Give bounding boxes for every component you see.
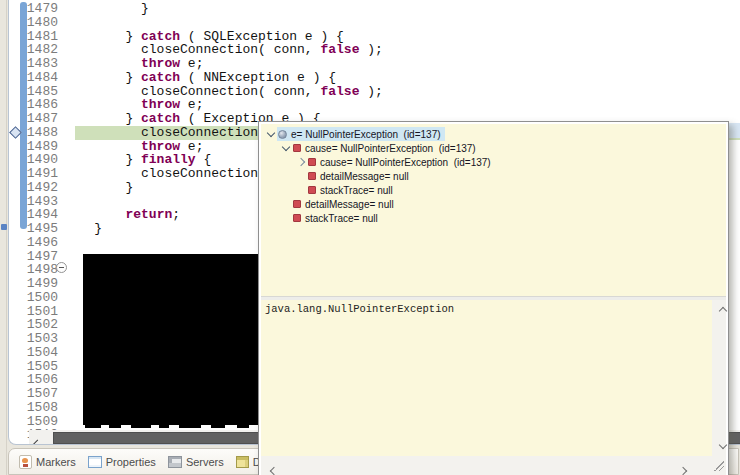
code-line[interactable]: } catch ( NNException e ) {	[63, 71, 336, 85]
variable-label: cause= NullPointerException (id=137)	[320, 157, 491, 168]
data-source-icon	[236, 456, 249, 468]
chevron-down-icon[interactable]	[281, 143, 289, 151]
variable-tree-row[interactable]: cause= NullPointerException (id=137)	[261, 141, 726, 155]
code-line[interactable]: closeConnection( conn, false );	[63, 43, 383, 57]
line-number: 1500	[23, 291, 58, 305]
variable-inspect-popup: e= NullPointerException (id=137)cause= N…	[258, 121, 729, 475]
line-number: 1502	[23, 318, 58, 332]
code-line[interactable]: }	[63, 2, 149, 16]
code-line[interactable]: throw e;	[63, 98, 203, 112]
line-number: 1492	[23, 181, 58, 195]
variable-tree-row[interactable]: cause= NullPointerException (id=137)	[261, 155, 726, 169]
line-number: 1483	[23, 57, 58, 71]
redacted-text-fragment	[237, 425, 249, 428]
variable-label: detailMessage= null	[305, 199, 394, 210]
variable-tree-row[interactable]: stackTrace= null	[261, 211, 726, 225]
field-icon	[293, 200, 301, 208]
tab-label: Servers	[186, 456, 224, 468]
variable-label: e= NullPointerException (id=137)	[291, 129, 441, 140]
tab-markers[interactable]: Markers	[19, 455, 76, 469]
properties-icon	[88, 456, 102, 468]
field-icon	[308, 186, 316, 194]
chevron-right-icon[interactable]	[296, 158, 304, 166]
field-icon	[293, 144, 301, 152]
variable-tree-row[interactable]: e= NullPointerException (id=137)	[261, 127, 726, 141]
redacted-text-fragment	[159, 425, 169, 428]
redacted-text-fragment	[85, 425, 101, 428]
line-number: 1489	[23, 140, 58, 154]
code-line[interactable]: } catch ( SQLException e ) {	[63, 30, 344, 44]
variable-tree-row[interactable]: detailMessage= null	[261, 169, 726, 183]
variable-label: cause= NullPointerException (id=137)	[305, 143, 476, 154]
code-line[interactable]: closeConnection( conn, false );	[63, 85, 383, 99]
line-number: 1484	[23, 71, 58, 85]
tab-servers[interactable]: Servers	[168, 456, 224, 468]
line-number: 1507	[23, 387, 58, 401]
line-number: 1493	[23, 195, 58, 209]
code-line[interactable]: }	[63, 181, 133, 195]
line-number: 1487	[23, 112, 58, 126]
markers-icon	[19, 455, 32, 469]
chevron-down-icon[interactable]	[266, 129, 274, 137]
line-number: 1503	[23, 332, 58, 346]
popup-horizontal-scrollbar[interactable]	[261, 456, 726, 475]
line-number: 1490	[23, 153, 58, 167]
line-number: 1479	[23, 2, 58, 16]
line-number: 1485	[23, 85, 58, 99]
redacted-text-fragment	[109, 425, 121, 428]
tab-properties[interactable]: Properties	[88, 456, 156, 468]
code-line[interactable]: closeConnection(	[63, 126, 266, 140]
variable-detail-text[interactable]: java.lang.NullPointerException	[261, 300, 712, 456]
line-number: 1486	[23, 98, 58, 112]
redacted-code-block	[83, 254, 261, 425]
tab-label: Markers	[36, 456, 76, 468]
line-number: 1481	[23, 30, 58, 44]
line-number: 1506	[23, 373, 58, 387]
detail-vertical-scrollbar[interactable]	[712, 300, 726, 456]
code-line[interactable]: }	[63, 222, 102, 236]
line-number: 1497	[23, 250, 58, 264]
current-line-highlight-right-fragment	[729, 123, 740, 138]
scroll-left-icon[interactable]	[34, 434, 41, 445]
variable-tree[interactable]: e= NullPointerException (id=137)cause= N…	[261, 124, 726, 296]
line-number: 1498	[23, 263, 58, 277]
eclipse-debug-workbench: 1479148014811482148314841485148614871488…	[0, 0, 740, 475]
line-number: 1499	[23, 277, 58, 291]
code-line[interactable]: } finally {	[63, 153, 211, 167]
tab-label: Properties	[106, 456, 156, 468]
line-number: 1496	[23, 236, 58, 250]
variable-label: stackTrace= null	[305, 213, 378, 224]
line-number: 1480	[23, 16, 58, 30]
resize-grip-icon[interactable]	[714, 461, 724, 471]
code-line[interactable]: throw e;	[63, 140, 203, 154]
variable-label: detailMessage= null	[320, 171, 409, 182]
field-icon	[308, 172, 316, 180]
line-number: 1494	[23, 208, 58, 222]
line-number: 1491	[23, 167, 58, 181]
field-icon	[308, 158, 316, 166]
line-number: 1501	[23, 305, 58, 319]
line-number: 1508	[23, 401, 58, 415]
fold-collapse-icon[interactable]	[56, 262, 67, 273]
variable-tree-row[interactable]: stackTrace= null	[261, 183, 726, 197]
workbench-left-edge-divider	[6, 0, 7, 475]
code-line[interactable]: closeConnection(	[63, 167, 266, 181]
line-number: 1509	[23, 415, 58, 429]
variable-label: stackTrace= null	[320, 185, 393, 196]
code-line[interactable]: throw e;	[63, 57, 203, 71]
object-icon	[278, 130, 287, 139]
redacted-text-fragment	[131, 425, 151, 428]
redacted-text-fragment	[179, 425, 201, 428]
redacted-text-fragment	[211, 425, 225, 428]
line-number: 1488	[23, 126, 58, 140]
line-number: 1495	[23, 222, 58, 236]
overview-marker	[1, 224, 7, 230]
field-icon	[293, 214, 301, 222]
line-number: 1505	[23, 360, 58, 374]
variable-tree-row[interactable]: detailMessage= null	[261, 197, 726, 211]
line-number: 1504	[23, 346, 58, 360]
code-line[interactable]: return;	[63, 208, 180, 222]
servers-icon	[168, 456, 182, 468]
line-number: 1482	[23, 43, 58, 57]
